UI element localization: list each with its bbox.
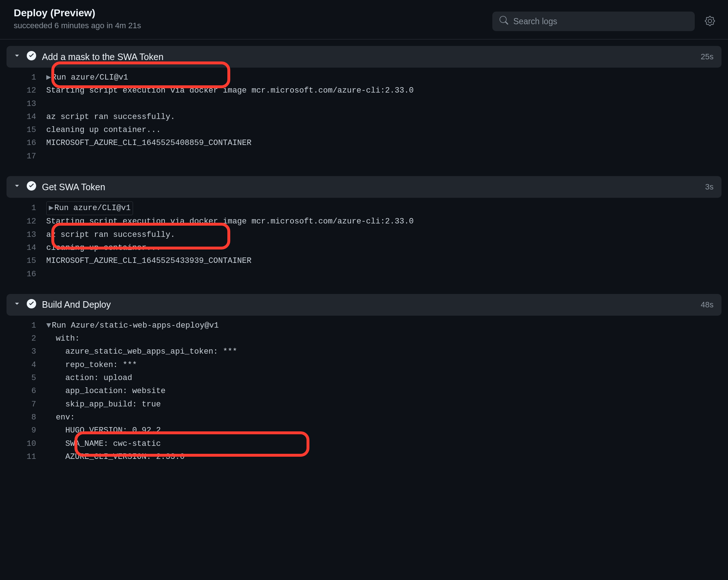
line-number: 8 <box>7 411 46 424</box>
chevron-down-icon <box>13 182 21 192</box>
line-number: 6 <box>7 385 46 398</box>
log-line: 1▼Run Azure/static-web-apps-deploy@v1 <box>0 319 728 332</box>
line-number: 14 <box>7 111 46 124</box>
line-number: 4 <box>7 359 46 372</box>
log-line: 15MICROSOFT_AZURE_CLI_1645525433939_CONT… <box>0 255 728 268</box>
line-number: 1 <box>7 202 46 215</box>
log-line: 1▶Run azure/CLI@v1 <box>0 71 728 84</box>
log-text: env: <box>46 411 75 424</box>
step-header[interactable]: Build And Deploy48s <box>7 294 721 316</box>
caret-right-icon[interactable]: ▶ <box>46 71 51 84</box>
line-number: 13 <box>7 98 46 111</box>
page-title: Deploy (Preview) <box>14 7 141 19</box>
log-text: with: <box>46 332 80 345</box>
step-duration: 25s <box>701 52 714 61</box>
log-line: 16MICROSOFT_AZURE_CLI_1645525408859_CONT… <box>0 137 728 150</box>
log-text: Run azure/CLI@v1 <box>52 71 128 84</box>
line-number: 1 <box>7 319 46 332</box>
step-duration: 3s <box>705 182 714 192</box>
log-text: skip_app_build: true <box>46 398 161 411</box>
log-line: 10 SWA_NAME: cwc-static <box>0 438 728 451</box>
log-text: repo_token: *** <box>46 359 137 372</box>
search-input[interactable] <box>513 17 688 26</box>
log-text: Run Azure/static-web-apps-deploy@v1 <box>52 319 219 332</box>
log-text: azure_static_web_apps_api_token: *** <box>46 345 237 358</box>
line-number: 17 <box>7 150 46 163</box>
run-collapsible[interactable]: ▶Run azure/CLI@v1 <box>46 201 133 215</box>
line-number: 11 <box>7 451 46 464</box>
check-circle-icon <box>27 51 36 63</box>
log-line: 12Starting script execution via docker i… <box>0 84 728 97</box>
log-text: Starting script execution via docker ima… <box>46 84 414 97</box>
log-line: 12Starting script execution via docker i… <box>0 215 728 228</box>
log-line: 7 skip_app_build: true <box>0 398 728 411</box>
log-block: 1▼Run Azure/static-web-apps-deploy@v12 w… <box>0 316 728 470</box>
log-line: 5 action: upload <box>0 372 728 385</box>
log-line: 2 with: <box>0 332 728 345</box>
line-number: 15 <box>7 255 46 268</box>
log-line: 14cleaning up container... <box>0 242 728 255</box>
log-line: 13 <box>0 98 728 111</box>
log-text: AZURE_CLI_VERSION: 2.33.0 <box>46 451 185 464</box>
step-header[interactable]: Get SWA Token3s <box>7 176 721 198</box>
log-block: 1▶Run azure/CLI@v112Starting script exec… <box>0 198 728 287</box>
log-block: 1▶Run azure/CLI@v112Starting script exec… <box>0 68 728 170</box>
header-left: Deploy (Preview) succeeded 6 minutes ago… <box>14 7 141 30</box>
line-number: 15 <box>7 124 46 137</box>
log-text: az script ran successfully. <box>46 229 175 242</box>
log-text: cleaning up container... <box>46 242 161 255</box>
line-number: 10 <box>7 438 46 451</box>
chevron-down-icon <box>13 300 21 310</box>
log-text: cleaning up container... <box>46 124 161 137</box>
line-number: 1 <box>7 71 46 84</box>
log-text: MICROSOFT_AZURE_CLI_1645525408859_CONTAI… <box>46 137 252 150</box>
log-line: 8 env: <box>0 411 728 424</box>
time-ago: 6 minutes ago <box>55 21 104 30</box>
step-duration: 48s <box>701 300 714 310</box>
log-line: 6 app_location: website <box>0 385 728 398</box>
log-line: 9 HUGO_VERSION: 0.92.2 <box>0 424 728 437</box>
header-right <box>492 7 718 31</box>
log-line: 3 azure_static_web_apps_api_token: *** <box>0 345 728 358</box>
log-line: 1▶Run azure/CLI@v1 <box>0 201 728 215</box>
line-number: 2 <box>7 332 46 345</box>
caret-down-icon[interactable]: ▼ <box>46 319 51 332</box>
step-title: Build And Deploy <box>42 299 695 310</box>
line-number: 16 <box>7 137 46 150</box>
log-text: MICROSOFT_AZURE_CLI_1645525433939_CONTAI… <box>46 255 252 268</box>
search-box[interactable] <box>492 12 695 31</box>
line-number: 13 <box>7 229 46 242</box>
step-title: Add a mask to the SWA Token <box>42 52 695 62</box>
log-line: 17 <box>0 150 728 163</box>
line-number: 3 <box>7 345 46 358</box>
step-title: Get SWA Token <box>42 182 699 192</box>
line-number: 9 <box>7 424 46 437</box>
chevron-down-icon <box>13 52 21 62</box>
log-text: HUGO_VERSION: 0.92.2 <box>46 424 161 437</box>
log-line: 14az script ran successfully. <box>0 111 728 124</box>
log-text: az script ran successfully. <box>46 111 175 124</box>
status-text: succeeded <box>14 21 52 30</box>
log-line: 4 repo_token: *** <box>0 359 728 372</box>
line-number: 5 <box>7 372 46 385</box>
run-duration: 4m 21s <box>115 21 141 30</box>
line-number: 16 <box>7 268 46 281</box>
log-line: 15cleaning up container... <box>0 124 728 137</box>
settings-button[interactable] <box>702 13 718 30</box>
search-icon <box>500 16 508 27</box>
log-text: app_location: website <box>46 385 166 398</box>
page-header: Deploy (Preview) succeeded 6 minutes ago… <box>0 0 728 39</box>
log-line: 13az script ran successfully. <box>0 229 728 242</box>
check-circle-icon <box>27 181 36 193</box>
step-header[interactable]: Add a mask to the SWA Token25s <box>7 46 721 68</box>
check-circle-icon <box>27 299 36 311</box>
log-text: Run azure/CLI@v1 <box>54 204 130 213</box>
line-number: 7 <box>7 398 46 411</box>
log-text: action: upload <box>46 372 132 385</box>
page-subtitle: succeeded 6 minutes ago in 4m 21s <box>14 21 141 30</box>
caret-right-icon[interactable]: ▶ <box>49 204 53 213</box>
log-text: Starting script execution via docker ima… <box>46 215 414 228</box>
line-number: 12 <box>7 84 46 97</box>
line-number: 12 <box>7 215 46 228</box>
in-word: in <box>107 21 113 30</box>
